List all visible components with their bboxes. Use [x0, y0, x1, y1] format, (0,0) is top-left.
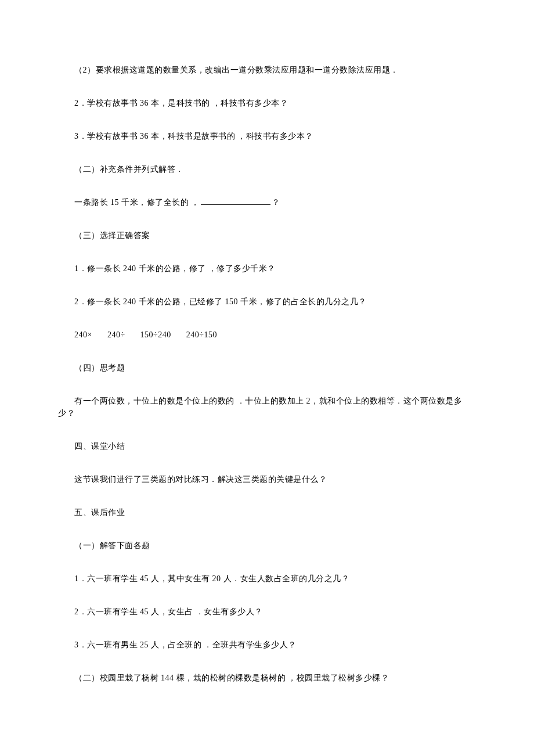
expression-option: 240×	[74, 330, 92, 339]
paragraph: 2．六一班有学生 45 人，女生占 ．女生有多少人？	[58, 606, 476, 618]
paragraph: 1．六一班有学生 45 人，其中女生有 20 人．女生人数占全班的几分之几？	[58, 573, 476, 585]
paragraph: 有一个两位数，十位上的数是个位上的数的 ．十位上的数加上 2，就和个位上的数相等…	[58, 395, 476, 419]
expression-option: 150÷240	[140, 330, 171, 339]
paragraph: 3．学校有故事书 36 本，科技书是故事书的 ，科技书有多少本？	[58, 130, 476, 142]
text-after-blank: ？	[272, 198, 280, 207]
paragraph: 2．修一条长 240 千米的公路，已经修了 150 千米，修了的占全长的几分之几…	[58, 296, 476, 308]
section-heading: （二）补充条件并列式解答．	[58, 163, 476, 175]
paragraph: 3．六一班有男生 25 人，占全班的 ．全班共有学生多少人？	[58, 639, 476, 651]
paragraph: （2）要求根据这道题的数量关系，改编出一道分数乘法应用题和一道分数除法应用题．	[58, 64, 476, 76]
paragraph-fill-blank: 一条路长 15 千米，修了全长的 ，？	[58, 196, 476, 208]
section-heading: （三）选择正确答案	[58, 229, 476, 242]
paragraph: 1．修一条长 240 千米的公路，修了 ，修了多少千米？	[58, 262, 476, 275]
paragraph: 这节课我们进行了三类题的对比练习．解决这三类题的关键是什么？	[58, 473, 476, 485]
section-heading: 四、课堂小结	[58, 440, 476, 452]
paragraph: 2．学校有故事书 36 本，是科技书的 ，科技书有多少本？	[58, 97, 476, 109]
expression-option: 240÷	[107, 330, 125, 339]
section-heading: （四）思考题	[58, 362, 476, 374]
expression-options: 240× 240÷ 150÷240 240÷150	[58, 329, 476, 341]
section-heading: 五、课后作业	[58, 506, 476, 519]
section-heading: （一）解答下面各题	[58, 539, 476, 552]
expression-option: 240÷150	[186, 330, 217, 339]
document-page: （2）要求根据这道题的数量关系，改编出一道分数乘法应用题和一道分数除法应用题． …	[0, 0, 534, 740]
paragraph: （二）校园里栽了杨树 144 棵，栽的松树的棵数是杨树的 ，校园里栽了松树多少棵…	[58, 672, 476, 684]
blank-underline	[201, 196, 270, 205]
text-before-blank: 一条路长 15 千米，修了全长的 ，	[74, 198, 200, 207]
